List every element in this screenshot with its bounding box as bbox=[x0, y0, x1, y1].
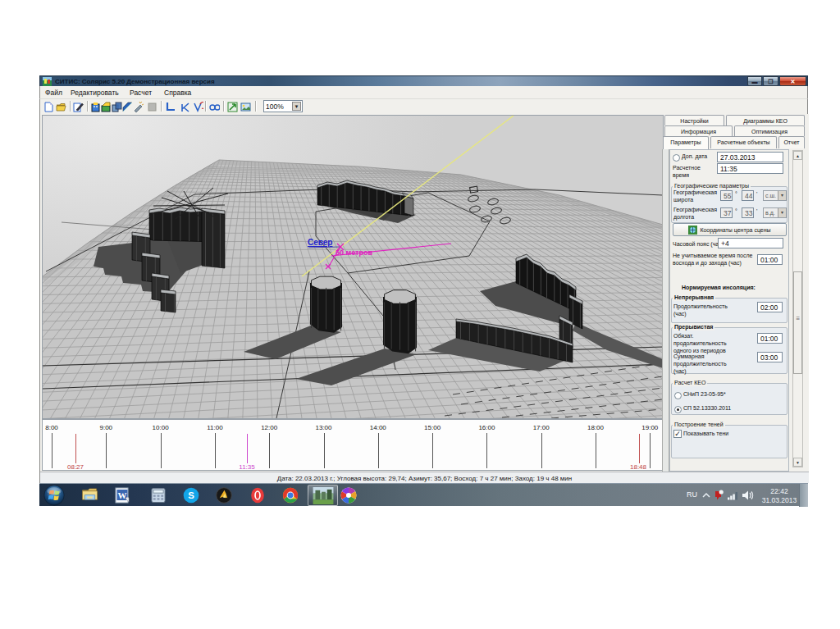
svg-text:W: W bbox=[118, 490, 127, 500]
svg-text:S: S bbox=[188, 490, 194, 500]
svg-text:50 метров: 50 метров bbox=[336, 248, 372, 257]
svg-text:Север: Север bbox=[308, 238, 332, 247]
